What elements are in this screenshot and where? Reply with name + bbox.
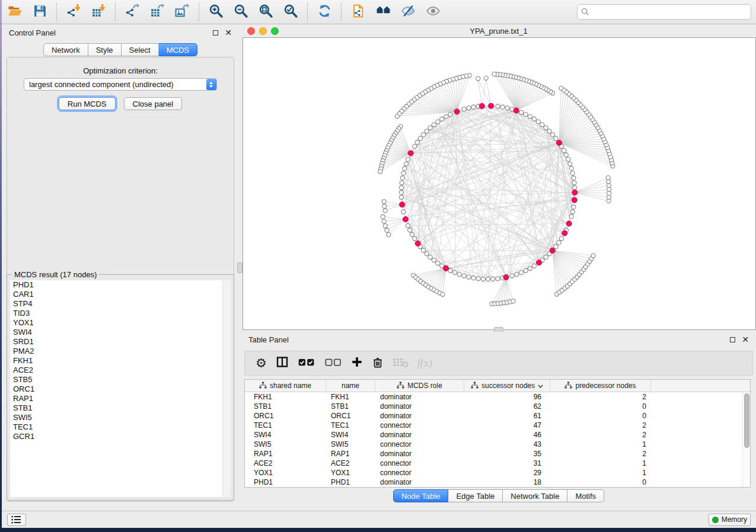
table-row[interactable]: TEC1TEC1connector472 (245, 421, 750, 430)
graph-node[interactable] (500, 105, 505, 109)
table-cell[interactable]: ACE2 (326, 459, 375, 468)
table-cell[interactable]: 1 (550, 468, 651, 477)
graph-node[interactable] (425, 129, 429, 133)
graph-node[interactable] (383, 224, 387, 228)
graph-node[interactable] (400, 181, 404, 185)
mcds-result-item[interactable]: YOX1 (10, 318, 231, 328)
zoom-fit-button[interactable] (257, 4, 274, 20)
graph-node[interactable] (515, 273, 519, 277)
graph-node[interactable] (382, 200, 386, 204)
graph-node[interactable] (568, 162, 572, 166)
graph-node[interactable] (570, 171, 575, 175)
table-row[interactable]: STB1STB1dominator620 (245, 402, 750, 411)
graph-node[interactable] (572, 181, 576, 185)
graph-node[interactable] (572, 176, 576, 180)
select-all-columns-button[interactable] (298, 354, 315, 372)
mcds-hub-node[interactable] (489, 103, 494, 108)
table-cell[interactable]: dominator (375, 392, 464, 402)
table-cell[interactable]: SWI4 (326, 430, 375, 440)
graph-node[interactable] (505, 106, 509, 110)
graph-node[interactable] (511, 299, 515, 303)
graph-node[interactable] (457, 273, 461, 277)
graph-node[interactable] (528, 266, 532, 270)
table-scrollbar[interactable] (742, 392, 750, 487)
table-cell[interactable]: RAP1 (245, 449, 326, 459)
tab-style[interactable]: Style (88, 43, 122, 56)
table-cell[interactable]: 0 (550, 402, 651, 411)
graph-node[interactable] (421, 133, 425, 137)
graph-node[interactable] (387, 233, 391, 237)
show-hidden-button[interactable] (425, 4, 441, 20)
table-cell[interactable]: 1 (550, 440, 651, 449)
graph-node[interactable] (432, 123, 436, 127)
import-table-button[interactable] (90, 4, 107, 20)
graph-node[interactable] (591, 254, 595, 258)
mcds-result-item[interactable]: TID3 (10, 309, 231, 318)
table-cell[interactable]: PHD1 (326, 477, 375, 487)
mcds-hub-node[interactable] (562, 230, 567, 236)
table-cell[interactable]: 47 (464, 421, 550, 430)
table-cell[interactable]: STB1 (245, 402, 326, 411)
close-panel-icon[interactable]: ✕ (225, 28, 232, 37)
graph-node[interactable] (382, 219, 386, 223)
table-tab-edge-table[interactable]: Edge Table (448, 489, 503, 502)
graph-node[interactable] (399, 190, 403, 194)
delete-column-button[interactable] (372, 354, 384, 372)
graph-node[interactable] (413, 145, 417, 149)
graph-node[interactable] (544, 255, 548, 259)
graph-node[interactable] (481, 277, 485, 281)
tab-network[interactable]: Network (43, 43, 88, 56)
graph-node[interactable] (418, 136, 422, 140)
table-cell[interactable]: connector (375, 459, 464, 468)
mcds-hub-node[interactable] (503, 274, 509, 280)
graph-node[interactable] (528, 114, 532, 118)
graph-node[interactable] (570, 210, 575, 214)
graph-node[interactable] (432, 258, 436, 262)
table-cell[interactable]: 18 (464, 477, 550, 487)
graph-node[interactable] (441, 292, 445, 296)
mcds-hub-node[interactable] (537, 260, 542, 265)
table-cell[interactable]: ORC1 (245, 411, 326, 421)
graph-node[interactable] (559, 236, 563, 241)
table-row[interactable]: ORC1ORC1dominator610 (245, 411, 750, 421)
mcds-result-item[interactable]: STB5 (10, 375, 231, 384)
graph-node[interactable] (540, 123, 544, 127)
mcds-hub-node[interactable] (556, 140, 562, 145)
table-cell[interactable]: dominator (375, 430, 464, 440)
float-panel-icon[interactable] (213, 30, 218, 36)
graph-node[interactable] (413, 236, 417, 241)
zoom-in-button[interactable] (208, 4, 224, 20)
mcds-result-item[interactable]: CAR1 (10, 290, 231, 299)
mcds-hub-node[interactable] (454, 109, 460, 114)
graph-node[interactable] (462, 274, 466, 278)
table-cell[interactable]: PHD1 (245, 477, 326, 487)
column-header-predecessor-nodes[interactable]: predecessor nodes (550, 380, 651, 392)
mcds-result-item[interactable]: STB1 (10, 403, 231, 413)
graph-node[interactable] (547, 129, 551, 133)
zoom-selected-button[interactable] (282, 4, 299, 20)
save-session-button[interactable] (31, 4, 48, 20)
mcds-result-item[interactable]: FKH1 (10, 356, 231, 366)
graph-node[interactable] (524, 113, 528, 117)
settings-gear-button[interactable]: ⚙ (256, 354, 267, 372)
mcds-result-item[interactable]: RAP1 (10, 394, 231, 403)
table-cell[interactable]: connector (375, 468, 464, 477)
mcds-hub-node[interactable] (566, 221, 572, 226)
graph-node[interactable] (557, 241, 561, 245)
close-panel-button[interactable]: Close panel (124, 97, 183, 110)
deselect-all-columns-button[interactable] (324, 354, 342, 372)
mcds-result-item[interactable]: SWI5 (10, 413, 231, 422)
graph-node[interactable] (381, 214, 385, 219)
table-cell[interactable]: dominator (375, 402, 464, 411)
graph-node[interactable] (510, 274, 514, 278)
table-cell[interactable]: RAP1 (326, 449, 375, 459)
graph-node[interactable] (492, 72, 496, 76)
search-input[interactable] (592, 8, 747, 17)
graph-node[interactable] (406, 157, 410, 161)
float-table-panel-icon[interactable] (730, 337, 735, 342)
table-scrollbar-thumb[interactable] (744, 393, 749, 448)
table-cell[interactable]: 2 (550, 449, 651, 459)
table-cell[interactable]: 0 (550, 477, 651, 487)
table-cell[interactable]: FKH1 (326, 392, 375, 402)
mcds-hub-node[interactable] (572, 197, 577, 203)
